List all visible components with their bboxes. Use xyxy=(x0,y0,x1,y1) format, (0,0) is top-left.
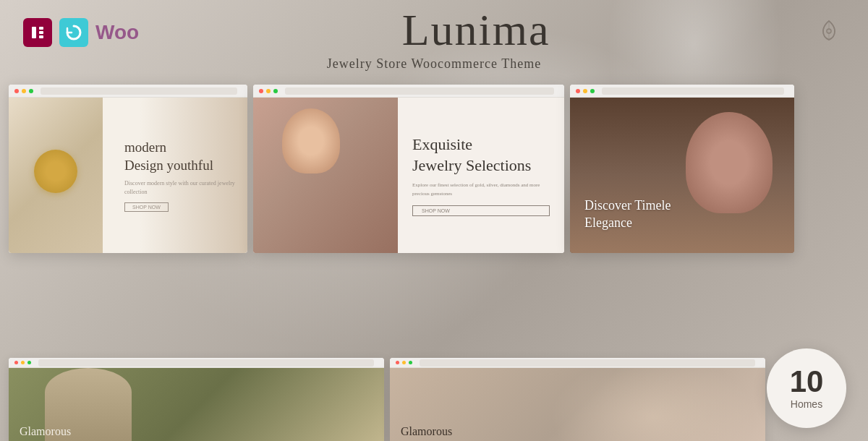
demo-5-background: Glamorous xyxy=(390,368,765,441)
demo-2-body: Explore our finest selection of gold, si… xyxy=(412,181,550,197)
dot-red-2 xyxy=(259,89,263,93)
browser-bar-1 xyxy=(9,85,247,98)
demo-4-text: Glamorous xyxy=(20,425,71,438)
brand-logo xyxy=(813,15,845,50)
demo-4-content: Glamorous xyxy=(9,368,384,441)
demos-row-2: Glamorous Glamorous 10 Homes xyxy=(0,352,868,441)
demo-2-button[interactable]: SHOP NOW xyxy=(412,205,550,216)
demo-1-text: modern Design youthful Discover modern s… xyxy=(114,124,247,226)
hero-subtitle: Jewelry Store Woocommerce Theme xyxy=(0,56,868,72)
homes-badge: 10 Homes xyxy=(767,348,846,428)
demo-5-text: Glamorous xyxy=(401,425,452,438)
dot-yellow-5 xyxy=(402,361,406,364)
browser-bar-3 xyxy=(570,85,794,98)
dot-yellow-3 xyxy=(583,89,587,93)
dot-green-4 xyxy=(27,361,31,364)
dot-red-4 xyxy=(14,361,18,364)
demo-2-person-image xyxy=(253,98,398,253)
dot-green-1 xyxy=(29,89,33,93)
demo-4-background: Glamorous xyxy=(9,368,384,441)
homes-label: Homes xyxy=(791,398,822,410)
demo-1-body: Discover modern style with our curated j… xyxy=(124,179,237,197)
demo-3-text: Discover Timele Elegance xyxy=(584,197,671,231)
dot-yellow-4 xyxy=(21,361,25,364)
dot-yellow-2 xyxy=(266,89,271,93)
svg-rect-0 xyxy=(32,27,36,38)
dot-green-2 xyxy=(273,89,278,93)
browser-url-3 xyxy=(602,87,784,95)
demo-1-heading: modern Design youthful xyxy=(124,139,237,174)
browser-url-1 xyxy=(41,87,237,95)
svg-rect-2 xyxy=(39,31,43,34)
demo-card-1[interactable]: modern Design youthful Discover modern s… xyxy=(9,85,247,253)
demo-1-button[interactable]: SHOP NOW xyxy=(124,202,169,212)
dot-red-1 xyxy=(14,89,19,93)
demo-card-2[interactable]: Exquisite Jewelry Selections Explore our… xyxy=(253,85,564,253)
demo-2-heading: Exquisite Jewelry Selections xyxy=(412,134,550,176)
browser-url-4 xyxy=(38,359,374,367)
svg-rect-3 xyxy=(39,35,43,38)
dot-yellow-1 xyxy=(22,89,26,93)
demo-card-5[interactable]: Glamorous xyxy=(390,358,765,441)
elementor-icon xyxy=(23,18,52,47)
demo-2-person-bg xyxy=(253,98,398,253)
homes-number: 10 xyxy=(790,367,824,397)
demos-row-1: modern Design youthful Discover modern s… xyxy=(0,85,868,352)
demo-1-jewelry-image xyxy=(9,98,103,253)
browser-bar-4 xyxy=(9,358,384,368)
revslider-icon xyxy=(59,18,88,47)
hero-title: Lunima xyxy=(402,13,550,52)
dot-red-3 xyxy=(576,89,580,93)
woocommerce-icon: Woo xyxy=(95,21,139,44)
demo-5-content: Glamorous xyxy=(390,368,765,441)
browser-bar-5 xyxy=(390,358,765,368)
browser-bar-2 xyxy=(253,85,564,98)
demo-2-content: Exquisite Jewelry Selections Explore our… xyxy=(253,98,564,253)
svg-rect-1 xyxy=(39,27,43,30)
demo-card-3[interactable]: Discover Timele Elegance xyxy=(570,85,794,253)
dot-red-5 xyxy=(396,361,399,364)
demo-1-content: modern Design youthful Discover modern s… xyxy=(9,98,247,253)
demo-card-4[interactable]: Glamorous xyxy=(9,358,384,441)
browser-url-5 xyxy=(420,359,755,367)
dot-green-5 xyxy=(409,361,412,364)
demo-3-heading: Discover Timele Elegance xyxy=(584,197,671,231)
plugin-icons: Woo xyxy=(23,18,139,47)
browser-url-2 xyxy=(285,87,554,95)
demo-3-content: Discover Timele Elegance xyxy=(570,98,794,253)
demo-5-heading: Glamorous xyxy=(401,425,452,438)
demo-2-text: Exquisite Jewelry Selections Explore our… xyxy=(398,98,564,253)
demo-4-heading: Glamorous xyxy=(20,425,71,438)
dot-green-3 xyxy=(590,89,595,93)
top-bar: Woo Lunima xyxy=(0,0,868,52)
